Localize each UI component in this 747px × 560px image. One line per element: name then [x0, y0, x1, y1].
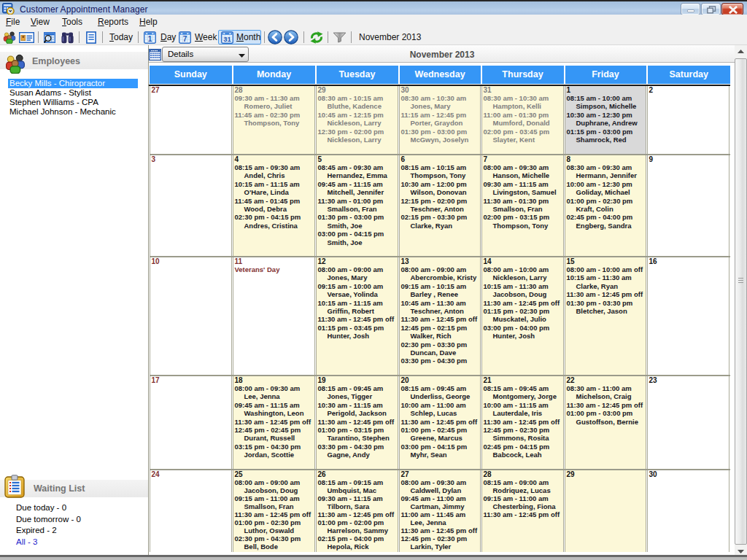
- svg-text:7: 7: [183, 35, 187, 43]
- svg-text:1: 1: [148, 35, 152, 43]
- svg-text:31: 31: [223, 35, 231, 43]
